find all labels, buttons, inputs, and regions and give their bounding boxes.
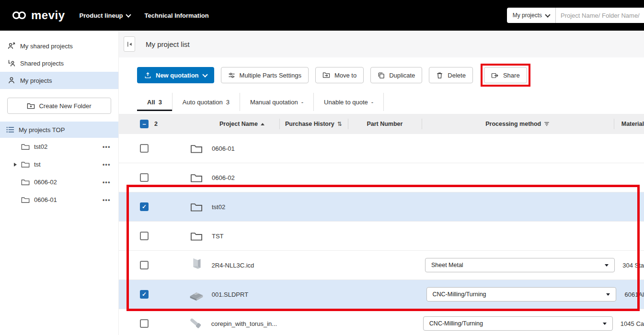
tab-label: All bbox=[147, 99, 155, 106]
folder-tree-item[interactable]: tst02 bbox=[0, 138, 118, 156]
sidebar-item-label: My shared projects bbox=[20, 43, 73, 50]
row-checkbox[interactable] bbox=[140, 173, 149, 182]
collapse-sidebar-button[interactable] bbox=[124, 36, 135, 52]
tab-label: Unable to quote bbox=[324, 99, 368, 106]
table-row[interactable]: corepin_with_torus_in... CNC-Milling/Tur… bbox=[119, 309, 644, 335]
table-row[interactable]: TST bbox=[119, 222, 644, 251]
material-value: 304 Sta bbox=[615, 251, 644, 279]
sidebar-item-my-projects-top[interactable]: My projects TOP bbox=[0, 122, 118, 138]
meviy-logo-icon bbox=[12, 11, 28, 20]
row-checkbox[interactable] bbox=[140, 261, 149, 269]
sort-ascending-icon bbox=[261, 123, 264, 125]
tab-manual-quotation[interactable]: Manual quotation - bbox=[240, 93, 314, 111]
part-thumbnail-pin bbox=[187, 314, 205, 333]
folder-icon bbox=[21, 196, 30, 203]
sidebar-item-label: My projects bbox=[20, 77, 52, 84]
item-menu-icon[interactable] bbox=[103, 179, 118, 186]
folder-icon bbox=[21, 179, 30, 186]
row-checkbox[interactable] bbox=[140, 144, 149, 153]
nav-technical-information[interactable]: Technical Information bbox=[145, 12, 209, 19]
upload-icon bbox=[144, 72, 151, 79]
row-name: 0606-02 bbox=[212, 174, 235, 181]
item-menu-icon[interactable] bbox=[103, 161, 118, 168]
folder-name: tst bbox=[34, 161, 41, 168]
topbar: meviy Product lineup Technical Informati… bbox=[0, 0, 644, 31]
expand-caret-icon[interactable] bbox=[14, 163, 17, 167]
sidebar: My shared projects Shared projects My pr… bbox=[0, 31, 119, 335]
column-header-processing-method[interactable]: Processing method bbox=[422, 114, 614, 134]
row-checkbox[interactable] bbox=[140, 232, 149, 240]
multiple-parts-settings-button[interactable]: Multiple Parts Settings bbox=[221, 67, 309, 83]
copy-icon bbox=[378, 72, 385, 79]
folder-tree-item[interactable]: 0606-01 bbox=[0, 191, 118, 209]
share-button[interactable]: Share bbox=[484, 67, 527, 83]
toolbar: New quotation Multiple Parts Settings Mo… bbox=[119, 57, 644, 83]
shared-branch-icon bbox=[8, 59, 15, 67]
chevron-down-icon bbox=[126, 12, 131, 17]
delete-button[interactable]: Delete bbox=[429, 67, 473, 83]
select-all-checkbox[interactable] bbox=[140, 120, 149, 128]
tab-count: 3 bbox=[226, 99, 230, 106]
list-icon bbox=[6, 126, 14, 133]
row-name: corepin_with_torus_in... bbox=[211, 320, 277, 327]
row-name: 001.SLDPRT bbox=[212, 291, 248, 298]
table-row[interactable]: 0606-02 bbox=[119, 163, 644, 192]
table-row[interactable]: tst02 bbox=[119, 192, 644, 222]
create-new-folder-button[interactable]: Create New Folder bbox=[7, 98, 111, 114]
sidebar-item-shared-projects[interactable]: Shared projects bbox=[0, 55, 118, 72]
tab-label: Auto quotation bbox=[183, 99, 223, 106]
folder-tree-item[interactable]: tst bbox=[0, 156, 118, 173]
duplicate-button[interactable]: Duplicate bbox=[370, 67, 422, 83]
table-row[interactable]: 0606-01 bbox=[119, 134, 644, 163]
search-scope-select[interactable]: My projects bbox=[507, 8, 556, 23]
folder-move-icon bbox=[322, 72, 330, 78]
folder-icon bbox=[190, 173, 203, 183]
tab-label: Manual quotation bbox=[250, 99, 298, 106]
tab-auto-quotation[interactable]: Auto quotation 3 bbox=[172, 93, 240, 111]
search-input[interactable] bbox=[556, 12, 644, 19]
folder-name: tst02 bbox=[34, 143, 47, 150]
projects-top-label: My projects TOP bbox=[19, 126, 65, 134]
nav-product-lineup[interactable]: Product lineup bbox=[80, 12, 130, 19]
trash-icon bbox=[436, 72, 443, 79]
multiple-parts-settings-label: Multiple Parts Settings bbox=[240, 72, 301, 79]
folder-icon bbox=[21, 143, 30, 150]
row-checkbox[interactable] bbox=[140, 319, 149, 328]
new-quotation-button[interactable]: New quotation bbox=[137, 67, 214, 83]
table-row[interactable]: 2R4-NLL3C.icd Sheet Metal 304 Sta bbox=[119, 251, 644, 280]
page-title: My project list bbox=[146, 40, 190, 48]
processing-method-select[interactable]: CNC-Milling/Turning bbox=[423, 316, 613, 331]
logo-text: meviy bbox=[31, 9, 65, 22]
tab-unable-to-quote[interactable]: Unable to quote - bbox=[314, 93, 384, 111]
material-value: 6061Al bbox=[617, 280, 644, 309]
folder-icon bbox=[21, 161, 30, 168]
chevron-down-icon bbox=[606, 293, 610, 296]
column-header-project-name[interactable]: Project Name bbox=[181, 114, 279, 134]
column-header-material: Material bbox=[614, 114, 644, 134]
chevron-down-icon bbox=[545, 12, 550, 17]
row-checkbox[interactable] bbox=[140, 290, 149, 299]
table-header: 2 Project Name Purchase History ⇅ Part N… bbox=[119, 114, 644, 134]
folder-tree-item[interactable]: 0606-02 bbox=[0, 173, 118, 191]
chevron-down-icon bbox=[202, 72, 207, 77]
move-to-button[interactable]: Move to bbox=[315, 67, 364, 83]
sidebar-item-label: Shared projects bbox=[20, 60, 64, 67]
chevron-down-icon bbox=[605, 264, 609, 267]
meviy-logo[interactable]: meviy bbox=[12, 9, 65, 22]
table-row[interactable]: 001.SLDPRT CNC-Milling/Turning 6061Al bbox=[119, 280, 644, 309]
item-menu-icon[interactable] bbox=[103, 144, 118, 150]
tab-all[interactable]: All 3 bbox=[137, 93, 172, 111]
sidebar-item-my-shared-projects[interactable]: My shared projects bbox=[0, 37, 118, 55]
processing-method-select[interactable]: CNC-Milling/Turning bbox=[426, 287, 616, 302]
sidebar-item-my-projects[interactable]: My projects bbox=[0, 72, 118, 89]
quotation-tabs: All 3 Auto quotation 3 Manual quotation … bbox=[137, 93, 384, 111]
row-checkbox[interactable] bbox=[140, 202, 149, 211]
item-menu-icon[interactable] bbox=[103, 197, 118, 203]
column-header-purchase-history[interactable]: Purchase History ⇅ bbox=[279, 114, 348, 134]
global-search: My projects bbox=[507, 8, 644, 23]
folder-icon bbox=[190, 144, 203, 154]
sort-updown-icon: ⇅ bbox=[337, 121, 342, 127]
selected-count: 2 bbox=[154, 121, 158, 127]
nav-technical-information-label: Technical Information bbox=[145, 12, 209, 19]
processing-method-select[interactable]: Sheet Metal bbox=[425, 258, 615, 272]
